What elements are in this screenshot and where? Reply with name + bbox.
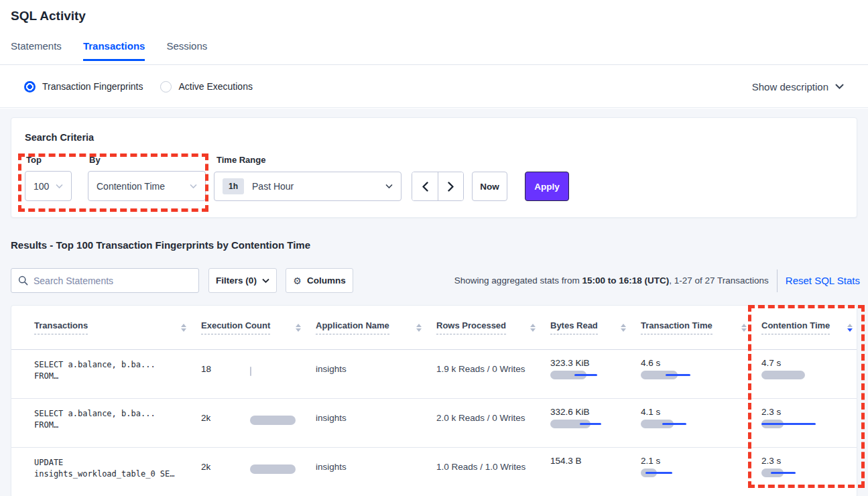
search-icon — [18, 275, 28, 286]
contention-time-cell: 2.3 s — [761, 399, 857, 447]
time-range-select[interactable]: 1h Past Hour — [214, 172, 401, 201]
top-select-value: 100 — [34, 181, 49, 192]
time-range-value: Past Hour — [252, 181, 294, 192]
contention-time-cell: 2.3 s — [761, 448, 857, 496]
column-header-rows-processed[interactable]: Rows Processed — [436, 320, 550, 334]
view-toggle-row: Transaction Fingerprints Active Executio… — [0, 65, 868, 108]
execution-count-bar — [250, 464, 296, 474]
sort-icon[interactable] — [296, 324, 301, 332]
content-area: Search Criteria Top 100 By Contention Ti… — [0, 109, 868, 496]
application-name-cell: insights — [316, 399, 436, 447]
top-label: Top — [26, 155, 42, 165]
radio-selected-icon[interactable] — [24, 81, 36, 92]
transaction-time-cell: 2.1 s — [641, 448, 761, 496]
columns-button[interactable]: ⚙ Columns — [286, 268, 353, 293]
sort-icon-descending[interactable] — [847, 324, 853, 332]
sort-icon[interactable] — [741, 324, 747, 332]
contention-time-line — [771, 472, 796, 474]
table-row: SELECT a.balance, b.ba... FROM… 18 insig… — [11, 350, 857, 399]
time-range-nav — [412, 172, 464, 201]
column-header-transactions[interactable]: Transactions — [34, 320, 201, 334]
show-description-label: Show description — [752, 81, 828, 92]
transaction-time-line — [666, 374, 690, 376]
column-header-contention-time[interactable]: Contention Time — [761, 320, 857, 334]
reset-sql-stats-link[interactable]: Reset SQL Stats — [786, 275, 860, 286]
bytes-read-cell: 323.3 KiB — [550, 350, 641, 398]
tab-statements[interactable]: Statements — [11, 40, 62, 61]
transaction-time-line — [662, 423, 686, 425]
bytes-read-line — [574, 374, 597, 376]
transactions-table: Transactions Execution Count Application… — [11, 305, 857, 496]
by-label: By — [89, 155, 101, 165]
chevron-down-icon — [56, 184, 63, 189]
apply-button[interactable]: Apply — [525, 172, 569, 201]
transaction-fingerprint-link[interactable]: SELECT a.balance, b.ba... FROM… — [34, 350, 201, 398]
view-radio-group: Transaction Fingerprints Active Executio… — [24, 65, 253, 108]
rows-processed-cell: 1.0 Reads / 1.0 Writes — [436, 448, 550, 496]
table-row: SELECT a.balance, b.ba... FROM… 2k insig… — [11, 399, 857, 448]
table-row: UPDATE insights_workload_table_0 SE… 2k … — [11, 448, 857, 496]
page-title: SQL Activity — [11, 9, 86, 23]
radio-transaction-fingerprints[interactable]: Transaction Fingerprints — [24, 81, 143, 92]
radio-label: Active Executions — [178, 81, 253, 92]
sort-icon[interactable] — [181, 324, 186, 332]
time-range-badge: 1h — [223, 178, 244, 194]
application-name-cell: insights — [316, 350, 436, 398]
table-header-row: Transactions Execution Count Application… — [11, 306, 857, 350]
columns-label: Columns — [307, 275, 346, 286]
chevron-down-icon — [835, 84, 844, 90]
chevron-down-icon — [385, 184, 393, 189]
tab-sessions[interactable]: Sessions — [166, 40, 207, 61]
column-header-application-name[interactable]: Application Name — [316, 320, 436, 334]
filters-button[interactable]: Filters (0) — [208, 268, 277, 293]
stats-cluster: Showing aggregated stats from 15:00 to 1… — [454, 268, 860, 293]
bytes-read-cell: 154.3 B — [550, 448, 641, 496]
column-header-bytes-read[interactable]: Bytes Read — [550, 320, 641, 334]
execution-count-cell: 2k — [201, 399, 316, 447]
next-time-button[interactable] — [438, 172, 463, 200]
execution-count-cell: 18 — [201, 350, 316, 398]
by-select[interactable]: Contention Time — [88, 171, 206, 201]
transaction-time-line — [645, 472, 672, 474]
chevron-down-icon — [262, 278, 269, 284]
application-name-cell: insights — [316, 448, 436, 496]
transaction-time-cell: 4.6 s — [641, 350, 761, 398]
column-header-execution-count[interactable]: Execution Count — [201, 320, 316, 334]
sql-activity-page: SQL Activity Statements Transactions Ses… — [0, 0, 868, 496]
search-criteria-title: Search Criteria — [25, 132, 94, 143]
contention-time-cell: 4.7 s — [761, 350, 857, 398]
transaction-fingerprint-link[interactable]: UPDATE insights_workload_table_0 SE… — [34, 448, 201, 496]
contention-time-line — [761, 423, 816, 425]
results-title: Results - Top 100 Transaction Fingerprin… — [11, 239, 310, 251]
previous-time-button[interactable] — [412, 172, 438, 200]
bytes-read-line — [580, 423, 601, 425]
transaction-time-cell: 4.1 s — [641, 399, 761, 447]
radio-unselected-icon[interactable] — [160, 81, 172, 92]
search-statements-box — [11, 268, 199, 293]
column-header-transaction-time[interactable]: Transaction Time — [641, 320, 761, 334]
now-button[interactable]: Now — [472, 172, 507, 201]
chevron-down-icon — [190, 184, 197, 189]
gear-icon: ⚙ — [293, 275, 302, 286]
sort-icon[interactable] — [530, 324, 536, 332]
sort-icon[interactable] — [621, 324, 626, 332]
transaction-fingerprint-link[interactable]: SELECT a.balance, b.ba... FROM… — [34, 399, 201, 447]
rows-processed-cell: 1.9 k Reads / 0 Writes — [436, 350, 550, 398]
execution-count-bar — [250, 416, 296, 425]
show-description-toggle[interactable]: Show description — [752, 65, 844, 108]
contention-time-bar — [761, 371, 805, 379]
results-controls: Filters (0) ⚙ Columns Showing aggregated… — [0, 268, 868, 293]
filters-label: Filters (0) — [216, 275, 257, 286]
search-criteria-card: Search Criteria Top 100 By Contention Ti… — [11, 117, 857, 218]
divider — [777, 269, 778, 292]
by-select-value: Contention Time — [97, 181, 165, 192]
sort-icon[interactable] — [416, 324, 422, 332]
search-statements-input[interactable] — [34, 275, 192, 286]
execution-count-bar — [250, 367, 251, 376]
execution-count-cell: 2k — [201, 448, 316, 496]
top-select[interactable]: 100 — [25, 171, 72, 201]
time-range-label: Time Range — [216, 155, 265, 165]
radio-active-executions[interactable]: Active Executions — [160, 81, 253, 92]
tab-transactions[interactable]: Transactions — [83, 40, 145, 61]
tab-bar: Statements Transactions Sessions — [11, 40, 207, 61]
